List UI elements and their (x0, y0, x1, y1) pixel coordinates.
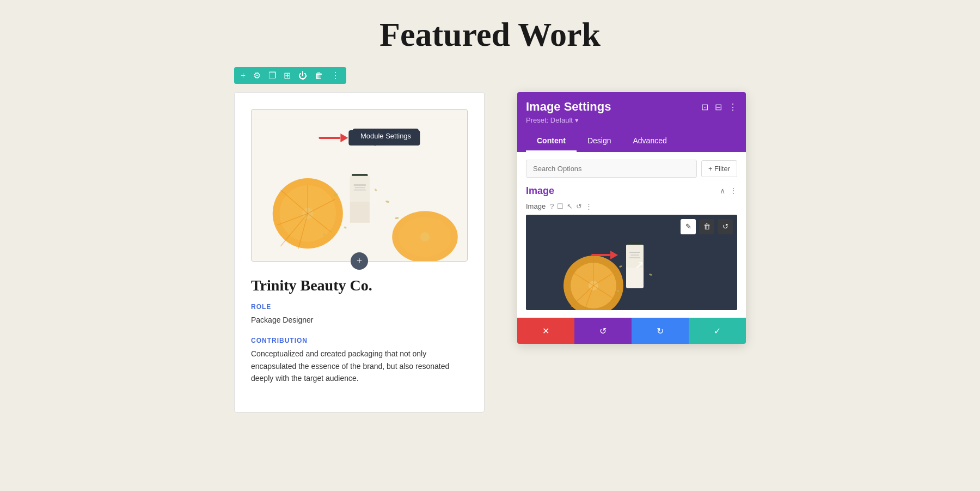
role-label: ROLE (251, 303, 468, 311)
gear-icon[interactable]: ⚙ (253, 70, 261, 81)
module-toolbar[interactable]: + ⚙ ❐ ⊞ ⏻ 🗑 ⋮ (234, 67, 346, 84)
phone-icon[interactable]: ☐ (557, 202, 564, 210)
image-section-title: Image (526, 185, 554, 197)
panel-tabs: Content Design Advanced (526, 131, 737, 152)
split-icon[interactable]: ⊟ (715, 102, 722, 112)
right-panel: Image Settings ⊡ ⊟ ⋮ Preset: Default ▾ C… (517, 92, 746, 491)
preview-trash-btn[interactable]: 🗑 (699, 219, 714, 234)
image-row-text: Image (526, 202, 546, 210)
cursor-icon[interactable]: ↖ (567, 202, 573, 210)
svg-point-13 (420, 232, 430, 241)
image-preview-area: ✎ 🗑 ↺ ↗ (526, 215, 737, 310)
module-settings-tooltip: Module Settings (353, 129, 419, 143)
image-section-header: Image ∧ ⋮ (526, 185, 737, 197)
undo-button[interactable]: ↺ (574, 318, 632, 344)
more-icon[interactable]: ⋮ (331, 70, 340, 81)
panel-action-bar: ✕ ↺ ↻ ✓ (517, 318, 746, 344)
panel-body: + Filter Image ∧ ⋮ Image ? ☐ (517, 152, 746, 318)
copy-icon[interactable]: ❐ (268, 70, 276, 81)
undo-row-icon[interactable]: ↺ (576, 202, 582, 210)
more-row-icon[interactable]: ⋮ (585, 202, 592, 210)
svg-rect-19 (354, 187, 365, 188)
contribution-label: CONTRIBUTION (251, 337, 468, 344)
svg-rect-42 (629, 257, 640, 258)
tab-content[interactable]: Content (526, 131, 577, 152)
redo-button[interactable]: ↻ (632, 318, 689, 344)
preview-red-arrow (591, 251, 618, 259)
contribution-text: Conceptualized and created packaging tha… (251, 348, 468, 384)
role-value: Package Designer (251, 314, 468, 326)
image-section-controls[interactable]: ∧ ⋮ (720, 186, 737, 196)
help-icon[interactable]: ? (550, 202, 554, 210)
card-title: Trinity Beauty Co. (251, 277, 468, 294)
filter-button[interactable]: + Filter (701, 160, 737, 177)
svg-rect-41 (630, 254, 639, 256)
image-settings-panel: Image Settings ⊡ ⊟ ⋮ Preset: Default ▾ C… (517, 92, 746, 344)
panel-preset[interactable]: Preset: Default ▾ (526, 116, 737, 124)
preview-image-bg: ✎ 🗑 ↺ ↗ (526, 215, 737, 310)
svg-rect-39 (626, 245, 644, 268)
preview-undo-btn[interactable]: ↺ (718, 219, 733, 234)
tab-advanced[interactable]: Advanced (622, 131, 677, 152)
page-title: Featured Work (0, 0, 980, 65)
fullscreen-icon[interactable]: ⊡ (701, 102, 708, 112)
add-icon[interactable]: + (241, 71, 246, 81)
cancel-button[interactable]: ✕ (517, 318, 574, 344)
power-icon[interactable]: ⏻ (298, 71, 307, 81)
search-row: + Filter (526, 160, 737, 178)
svg-rect-40 (629, 252, 640, 253)
svg-rect-17 (350, 202, 370, 223)
search-options-input[interactable] (526, 160, 697, 178)
more-section-icon[interactable]: ⋮ (730, 186, 737, 196)
left-card: Module Settings ⚙ ❐ ⏻ 🗑 ⋮ (234, 92, 485, 413)
grid-icon[interactable]: ⊞ (284, 70, 291, 81)
add-content-button[interactable]: + (351, 252, 368, 270)
tab-design[interactable]: Design (577, 131, 622, 152)
panel-header-icons: ⊡ ⊟ ⋮ (701, 102, 737, 112)
trash-icon[interactable]: 🗑 (315, 71, 323, 81)
image-row-icons: ? ☐ ↖ ↺ ⋮ (550, 202, 592, 210)
svg-rect-18 (354, 184, 366, 186)
preview-edit-btn[interactable]: ✎ (681, 219, 696, 234)
panel-title: Image Settings (526, 100, 611, 114)
image-row: Image ? ☐ ↖ ↺ ⋮ (526, 202, 737, 210)
svg-rect-16 (350, 176, 370, 202)
svg-rect-20 (354, 190, 366, 191)
image-container: Module Settings ⚙ ❐ ⏻ 🗑 ⋮ (251, 109, 468, 262)
more-panel-icon[interactable]: ⋮ (728, 102, 737, 112)
collapse-icon[interactable]: ∧ (720, 186, 725, 196)
confirm-button[interactable]: ✓ (689, 318, 746, 344)
panel-header: Image Settings ⊡ ⊟ ⋮ Preset: Default ▾ C… (517, 92, 746, 152)
preview-mini-toolbar[interactable]: ✎ 🗑 ↺ (681, 219, 733, 234)
